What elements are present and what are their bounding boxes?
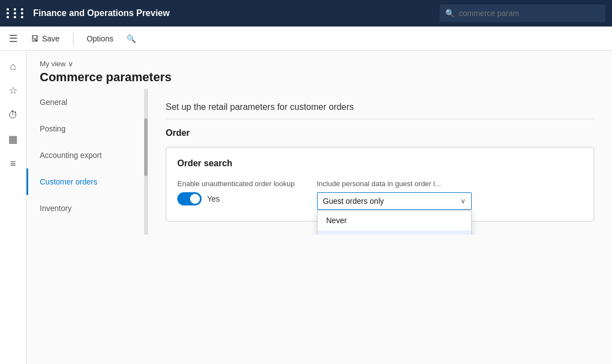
right-content: Set up the retail parameters for custome…	[148, 89, 612, 235]
nav-item-accounting-export[interactable]: Accounting export	[27, 142, 147, 168]
chevron-down-icon: ∨	[68, 60, 73, 68]
order-search-title: Order search	[177, 159, 583, 168]
sidebar-favorites-icon[interactable]: ☆	[2, 80, 24, 102]
include-personal-data-label: Include personal data in guest order l..…	[317, 180, 472, 188]
search-icon: 🔍	[445, 9, 455, 18]
sidebar-workspace-icon[interactable]: ▦	[2, 128, 24, 150]
dropdown-menu: Never Guest orders only All orders	[317, 210, 472, 235]
nav-item-inventory[interactable]: Inventory	[27, 195, 147, 221]
hamburger-icon[interactable]: ☰	[9, 33, 18, 45]
include-personal-data-field: Include personal data in guest order l..…	[317, 180, 472, 210]
global-search-bar[interactable]: 🔍	[440, 4, 605, 22]
enable-lookup-label: Enable unauthenticated order lookup	[177, 180, 295, 188]
save-icon: 🖫	[31, 34, 39, 43]
sidebar-home-icon[interactable]: ⌂	[2, 55, 24, 77]
icon-sidebar: ⌂ ☆ ⏱ ▦ ≡	[0, 51, 27, 364]
app-title: Finance and Operations Preview	[33, 8, 433, 18]
global-search-input[interactable]	[459, 9, 600, 18]
order-section-title: Order	[166, 128, 594, 138]
page-title: Commerce parameters	[40, 70, 599, 85]
sidebar-modules-icon[interactable]: ≡	[2, 152, 24, 175]
include-data-dropdown-wrapper: Guest orders only ∨ Never Guest or	[317, 192, 472, 210]
toolbar-search-icon[interactable]: 🔍	[126, 34, 136, 43]
dropdown-option-never[interactable]: Never	[318, 210, 471, 230]
main-layout: ⌂ ☆ ⏱ ▦ ≡ My view ∨ Commerce parameters …	[0, 51, 612, 364]
page-header: My view ∨ Commerce parameters	[27, 51, 612, 89]
save-button[interactable]: 🖫 Save	[27, 32, 64, 45]
nav-item-customer-orders[interactable]: Customer orders	[27, 168, 147, 195]
enable-lookup-toggle[interactable]	[177, 192, 202, 205]
order-search-box: Order search Enable unauthenticated orde…	[166, 147, 594, 221]
options-button[interactable]: Options	[82, 32, 118, 45]
toggle-row: Yes	[177, 192, 295, 205]
include-data-dropdown[interactable]: Guest orders only ∨	[317, 192, 472, 210]
content-body: General Posting Accounting export Custom…	[27, 89, 612, 235]
fields-row: Enable unauthenticated order lookup Yes …	[177, 180, 583, 210]
sidebar-recent-icon[interactable]: ⏱	[2, 104, 24, 126]
toolbar: ☰ 🖫 Save Options 🔍	[0, 27, 612, 51]
enable-lookup-field: Enable unauthenticated order lookup Yes	[177, 180, 295, 205]
nav-item-general[interactable]: General	[27, 89, 147, 115]
left-nav: General Posting Accounting export Custom…	[27, 89, 148, 235]
chevron-down-icon: ∨	[461, 197, 466, 205]
section-heading: Set up the retail parameters for custome…	[166, 102, 594, 119]
toolbar-separator	[73, 32, 73, 45]
toggle-label: Yes	[207, 194, 220, 203]
dropdown-selected-value: Guest orders only	[323, 197, 384, 205]
content-area: My view ∨ Commerce parameters General Po…	[27, 51, 612, 364]
dropdown-option-guest-orders-only[interactable]: Guest orders only	[318, 230, 471, 235]
app-grid-icon[interactable]	[7, 8, 27, 18]
top-bar: Finance and Operations Preview 🔍	[0, 0, 612, 27]
nav-item-posting[interactable]: Posting	[27, 115, 147, 142]
my-view-selector[interactable]: My view ∨	[40, 60, 599, 68]
